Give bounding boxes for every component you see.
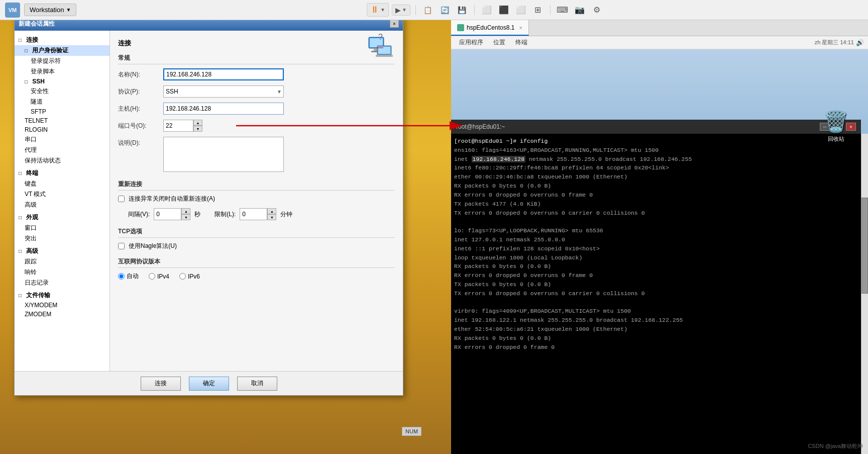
restore-btn[interactable]: 🔄 [438, 3, 452, 17]
protocol-version-section: 互联网协议版本 自动 IPv4 IPv6 [118, 257, 395, 281]
tree-item-logging[interactable]: 日志记录 [15, 278, 110, 288]
tree-item-xymodem[interactable]: X/YMODEM [15, 301, 110, 310]
multi-window-btn[interactable]: ⬜ [514, 3, 528, 17]
interval-up-btn[interactable]: ▲ [181, 208, 190, 214]
host-input[interactable] [163, 103, 284, 115]
pause-btn-group[interactable]: ⏸ ▼ [367, 3, 389, 17]
tree-item-bell[interactable]: 响铃 [15, 267, 110, 278]
ok-btn[interactable]: 确定 [189, 377, 229, 391]
radio-ipv6[interactable]: IPv6 [179, 273, 200, 280]
limit-up-btn[interactable]: ▲ [267, 208, 276, 214]
tree-item-security[interactable]: 安全性 [15, 86, 110, 97]
tree-item-keyboard[interactable]: 键盘 [15, 178, 110, 189]
screenshot-btn[interactable]: 📷 [573, 3, 587, 17]
toolbar-sep-2 [474, 5, 475, 15]
vm-desktop[interactable]: 🗑️ 回收站 root@hspEdu01:~ ─ □ × [root@hspEd… [451, 49, 868, 454]
radio-auto-label[interactable]: 自动 [127, 272, 139, 281]
radio-ipv4[interactable]: IPv4 [149, 273, 169, 280]
vm-menu-apps[interactable]: 应用程序 [455, 37, 487, 48]
workstation-dropdown-icon: ▼ [66, 7, 71, 13]
terminal-ip-before: inet [454, 156, 472, 162]
host-row: 主机(H): [118, 103, 395, 115]
reconnect-title: 重新连接 [118, 180, 395, 191]
expand-conn: □ [19, 37, 25, 43]
terminal-line-14: RX packets 0 bytes 0 (0.0 B) [454, 262, 858, 271]
terminal-line-3: inet6 fe80::20c:29ff:fe46:bca8 prefixlen… [454, 163, 858, 172]
reconnect-label[interactable]: 连接异常关闭时自动重新连接(A) [129, 195, 215, 203]
tree-item-proxy[interactable]: 代理 [15, 145, 110, 155]
tree-item-advanced-term[interactable]: 高级 [15, 200, 110, 210]
terminal-content: [root@hspEdu01 ~]# ifconfig ens160: flag… [451, 134, 861, 454]
tree-item-keepalive[interactable]: 保持活动状态 [15, 155, 110, 166]
name-input[interactable] [163, 68, 284, 80]
name-row: 名称(N): [118, 68, 395, 80]
limit-down-btn[interactable]: ▼ [267, 214, 276, 220]
tree-item-tunnel[interactable]: 隧道 [15, 97, 110, 107]
tree-item-vt-mode[interactable]: VT 模式 [15, 189, 110, 200]
connect-btn[interactable]: 连接 [141, 377, 181, 391]
radio-ipv6-input[interactable] [179, 273, 186, 280]
workstation-label: Workstation [30, 6, 64, 14]
control-btn-group[interactable]: ▶ ▼ [392, 5, 410, 16]
dialog-help-icon[interactable]: ? [378, 33, 383, 42]
recycle-bin-label: 回收站 [828, 135, 844, 143]
host-label: 主机(H): [118, 105, 163, 113]
tree-item-appearance[interactable]: □ 外观 [15, 212, 110, 223]
cancel-btn[interactable]: 取消 [237, 377, 277, 391]
vm-tab-hspEdu[interactable]: hspEduCentos8.1 × [451, 20, 529, 36]
port-input[interactable] [163, 120, 193, 132]
tree-item-terminal[interactable]: □ 终端 [15, 168, 110, 178]
tree-item-login-script[interactable]: 登录脚本 [15, 66, 110, 77]
terminal-scrollbar[interactable] [861, 134, 868, 454]
tree-item-trace[interactable]: 跟踪 [15, 256, 110, 267]
tree-item-sftp[interactable]: SFTP [15, 107, 110, 116]
workstation-title-btn[interactable]: Workstation ▼ [24, 4, 76, 16]
tree-item-window[interactable]: 窗口 [15, 223, 110, 233]
terminal-line-23: RX errors 0 dropped 0 frame 0 [454, 343, 858, 352]
unity-btn[interactable]: ⊞ [531, 3, 545, 17]
nagle-label[interactable]: 使用Nagle算法(U) [129, 242, 177, 250]
nagle-checkbox[interactable] [118, 243, 125, 249]
radio-auto-input[interactable] [118, 273, 125, 280]
tree-item-filetransfer[interactable]: □ 文件传输 [15, 290, 110, 301]
tree-item-login-prompt[interactable]: 登录提示符 [15, 56, 110, 66]
tree-item-auth[interactable]: □ 用户身份验证 [15, 45, 110, 56]
port-up-btn[interactable]: ▲ [193, 120, 202, 126]
save-state-btn[interactable]: 💾 [455, 3, 469, 17]
desc-textarea[interactable] [163, 137, 284, 172]
protocol-select[interactable]: SSH Telnet RLogin Serial [163, 85, 284, 98]
radio-auto[interactable]: 自动 [118, 272, 139, 281]
tree-item-highlight[interactable]: 突出 [15, 233, 110, 244]
limit-input[interactable] [240, 208, 267, 220]
interval-row: 间隔(V): ▲ ▼ 秒 限制(L): ▲ ▼ [128, 208, 395, 220]
terminal-line-12: inet6 ::1 prefixlen 128 scopeid 0x10<hos… [454, 244, 858, 253]
radio-ipv4-label[interactable]: IPv4 [157, 273, 169, 280]
tree-item-telnet[interactable]: TELNET [15, 116, 110, 125]
vm-menu-location[interactable]: 位置 [489, 37, 509, 48]
interval-down-btn[interactable]: ▼ [181, 214, 190, 220]
dialog-close-btn[interactable]: × [390, 20, 399, 28]
recycle-bin-icon[interactable]: 🗑️ 回收站 [824, 110, 848, 143]
send-keys-btn[interactable]: ⌨ [556, 3, 570, 17]
tree-item-rlogin[interactable]: RLOGIN [15, 125, 110, 134]
limit-input-group: ▲ ▼ [240, 208, 276, 220]
vm-status-text: zh 星期三 14:11 [815, 39, 854, 46]
tree-item-advanced[interactable]: □ 高级 [15, 246, 110, 256]
port-down-btn[interactable]: ▼ [193, 126, 202, 132]
fullscreen-btn[interactable]: ⬜ [480, 3, 494, 17]
settings-btn[interactable]: ⚙ [590, 3, 604, 17]
tree-item-serial[interactable]: 串口 [15, 134, 110, 145]
single-window-btn[interactable]: ⬛ [497, 3, 511, 17]
tree-item-zmodem[interactable]: ZMODEM [15, 310, 110, 319]
tree-item-ssh[interactable]: □ SSH [15, 77, 110, 86]
svg-rect-6 [376, 55, 393, 57]
reconnect-checkbox[interactable] [118, 196, 125, 202]
vm-menu-terminal[interactable]: 终端 [511, 37, 531, 48]
terminal-scrollbar-thumb[interactable] [861, 198, 868, 294]
radio-ipv4-input[interactable] [149, 273, 155, 280]
radio-ipv6-label[interactable]: IPv6 [188, 273, 200, 280]
vm-tab-close[interactable]: × [519, 25, 522, 31]
interval-input[interactable] [154, 208, 181, 220]
tree-item-conn[interactable]: □ 连接 [15, 35, 110, 45]
snapshot-btn[interactable]: 📋 [421, 3, 435, 17]
